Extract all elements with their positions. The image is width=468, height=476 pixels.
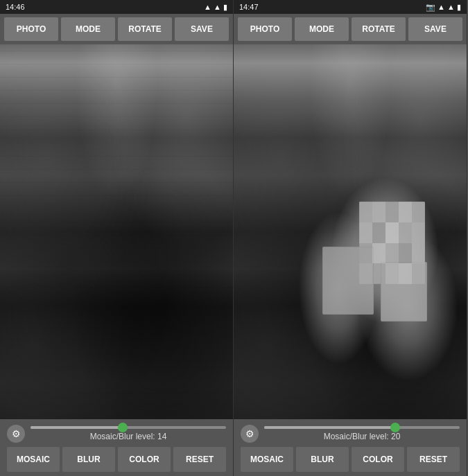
right-slider-thumb[interactable] [390,423,400,432]
right-slider-row: ⚙ Mosaic/Blur level: 20 [241,425,460,443]
right-status-bar: 14:47 📷 ▲ ▲ ▮ [234,0,467,14]
left-panel: 14:46 ▲ ▲ ▮ PHOTO MODE ROTATE SAVE ⚙ Mos… [0,0,234,476]
left-time: 14:46 [6,3,25,11]
right-image-area [234,44,467,419]
left-action-buttons: MOSAIC BLUR COLOR RESET [7,447,226,472]
left-mosaic-button[interactable]: MOSAIC [7,447,60,472]
right-bottom-area: ⚙ Mosaic/Blur level: 20 MOSAIC BLUR COLO… [234,419,467,476]
left-slider-thumb[interactable] [118,423,128,432]
left-blur-button[interactable]: BLUR [62,447,115,472]
left-save-button[interactable]: SAVE [175,17,229,41]
right-blur-button[interactable]: BLUR [296,447,349,472]
right-panel: 14:47 📷 ▲ ▲ ▮ PHOTO MODE ROTATE SAVE [234,0,467,476]
right-time: 14:47 [239,3,259,11]
right-mode-button[interactable]: MODE [295,17,349,41]
right-action-buttons: MOSAIC BLUR COLOR RESET [241,447,460,472]
right-slider-label: Mosaic/Blur level: 20 [264,432,460,441]
right-slider-container: Mosaic/Blur level: 20 [264,426,460,441]
right-color-button[interactable]: COLOR [352,447,404,472]
left-photo-button[interactable]: PHOTO [4,17,58,41]
right-photo [234,44,467,419]
left-status-icons: ▲ ▲ ▮ [204,3,227,12]
right-gear-icon[interactable]: ⚙ [241,425,259,443]
left-slider-fill [31,426,123,429]
right-toolbar: PHOTO MODE ROTATE SAVE [234,14,467,44]
right-slider-track[interactable] [264,426,460,429]
left-slider-track[interactable] [31,426,226,429]
left-bottom-area: ⚙ Mosaic/Blur level: 14 MOSAIC BLUR COLO… [0,419,233,476]
left-photo [0,44,233,419]
left-image-area [0,44,233,419]
left-slider-label: Mosaic/Blur level: 14 [31,432,226,441]
left-rotate-button[interactable]: ROTATE [118,17,172,41]
right-reset-button[interactable]: RESET [407,447,460,472]
right-photo-button[interactable]: PHOTO [238,17,292,41]
left-color-button[interactable]: COLOR [118,447,171,472]
right-rotate-button[interactable]: ROTATE [352,17,406,41]
left-reset-button[interactable]: RESET [173,447,226,472]
right-save-button[interactable]: SAVE [408,17,462,41]
right-mosaic-button[interactable]: MOSAIC [241,447,293,472]
left-status-bar: 14:46 ▲ ▲ ▮ [0,0,233,14]
left-slider-row: ⚙ Mosaic/Blur level: 14 [7,425,226,443]
left-gear-icon[interactable]: ⚙ [7,425,25,443]
left-toolbar: PHOTO MODE ROTATE SAVE [0,14,233,44]
right-slider-fill [264,426,395,429]
left-slider-container: Mosaic/Blur level: 14 [31,426,226,441]
left-mode-button[interactable]: MODE [61,17,115,41]
right-status-icons: 📷 ▲ ▲ ▮ [426,3,461,12]
